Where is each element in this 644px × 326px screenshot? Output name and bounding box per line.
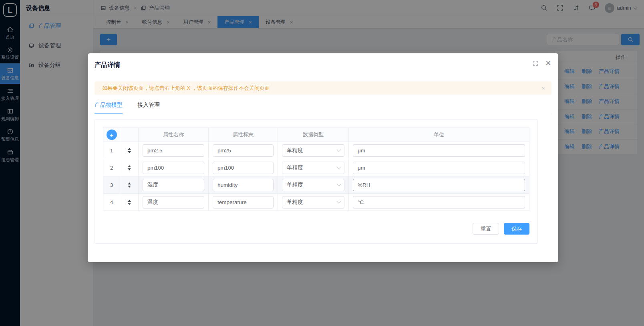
dialog-tools: ✕ — [533, 61, 551, 66]
dialog-title: 产品详情 — [95, 61, 120, 69]
unit-input[interactable] — [353, 144, 525, 157]
attributes-table-body: 1 单精度 — [103, 142, 529, 211]
row-index: 3 — [110, 182, 113, 188]
attribute-row: 3 单精度 — [103, 176, 529, 194]
attribute-name-input[interactable] — [143, 196, 204, 209]
fullscreen-icon[interactable] — [533, 61, 538, 66]
row-index: 1 — [110, 148, 113, 154]
column-header-key: 属性标志 — [209, 128, 278, 142]
save-button[interactable]: 保存 — [504, 223, 529, 235]
product-detail-dialog: 产品详情 ✕ 如果要关闭该页面，请点击右上角的 X ，该页面的保存操作不会关闭页… — [88, 53, 558, 262]
column-header-name: 属性名称 — [139, 128, 209, 142]
dialog-tab-label: 产品物模型 — [95, 101, 123, 108]
attribute-key-input[interactable] — [213, 179, 274, 191]
data-type-value: 单精度 — [287, 198, 303, 206]
data-type-value: 单精度 — [287, 164, 303, 171]
chevron-down-icon — [336, 147, 341, 152]
chevron-down-icon — [336, 199, 341, 203]
data-type-select[interactable]: 单精度 — [282, 196, 344, 209]
model-panel: + 属性名称 属性标志 数据类型 单位 1 — [95, 119, 538, 244]
dialog-body: 如果要关闭该页面，请点击右上角的 X ，该页面的保存操作不会关闭页面 × 产品物… — [88, 81, 558, 244]
close-icon[interactable]: ✕ — [545, 61, 551, 66]
attribute-name-input[interactable] — [143, 179, 204, 191]
chevron-down-icon — [336, 164, 341, 169]
screen: L 首页 系统设置 设备信息 接入管理 规则编排 预警信息 组态管理 — [0, 0, 644, 326]
dialog-tab[interactable]: 产品物模型 — [95, 101, 123, 114]
attributes-table-header: + 属性名称 属性标志 数据类型 单位 — [103, 128, 529, 142]
dialog-tab[interactable]: 接入管理 — [137, 101, 160, 114]
data-type-select[interactable]: 单精度 — [282, 162, 344, 174]
unit-input[interactable] — [353, 196, 525, 209]
drag-handle-icon[interactable] — [128, 200, 131, 205]
unit-input[interactable] — [353, 162, 525, 174]
attribute-row: 1 单精度 — [103, 142, 529, 159]
drag-handle-icon[interactable] — [128, 165, 131, 170]
attributes-table: + 属性名称 属性标志 数据类型 单位 1 — [103, 128, 529, 211]
data-type-value: 单精度 — [287, 181, 303, 188]
panel-actions: 重置 保存 — [103, 223, 529, 235]
dialog-header: 产品详情 ✕ — [88, 53, 558, 69]
attribute-name-input[interactable] — [143, 162, 204, 174]
warning-alert: 如果要关闭该页面，请点击右上角的 X ，该页面的保存操作不会关闭页面 × — [95, 81, 551, 95]
attribute-name-input[interactable] — [143, 144, 204, 157]
attribute-key-input[interactable] — [213, 162, 274, 174]
column-header-type: 数据类型 — [278, 128, 349, 142]
add-row-button[interactable]: + — [107, 130, 117, 140]
data-type-value: 单精度 — [287, 147, 303, 154]
attribute-row: 4 单精度 — [103, 194, 529, 211]
chevron-down-icon — [336, 182, 341, 186]
alert-text: 如果要关闭该页面，请点击右上角的 X ，该页面的保存操作不会关闭页面 — [102, 85, 270, 92]
drag-handle-icon[interactable] — [128, 182, 131, 188]
data-type-select[interactable]: 单精度 — [282, 144, 344, 157]
attribute-key-input[interactable] — [213, 196, 274, 209]
row-index: 4 — [110, 199, 113, 205]
alert-close-icon[interactable]: × — [541, 85, 545, 91]
drag-handle-icon[interactable] — [128, 148, 131, 153]
dialog-tabs: 产品物模型 接入管理 — [95, 101, 551, 114]
dialog-tab-label: 接入管理 — [137, 101, 160, 108]
reset-button[interactable]: 重置 — [473, 223, 499, 235]
column-header-unit: 单位 — [349, 128, 529, 142]
attribute-key-input[interactable] — [213, 144, 274, 157]
unit-input[interactable] — [353, 179, 525, 191]
row-index: 2 — [110, 165, 113, 171]
attribute-row: 2 单精度 — [103, 159, 529, 176]
data-type-select[interactable]: 单精度 — [282, 179, 344, 191]
